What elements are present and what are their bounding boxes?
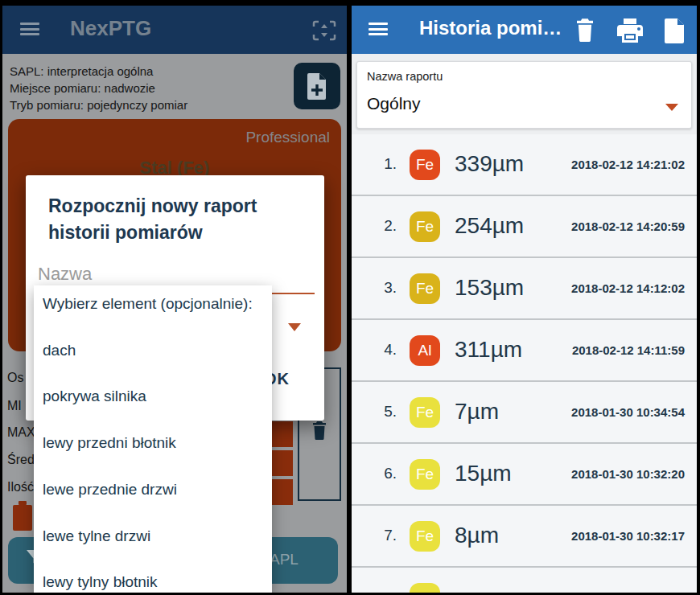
timestamp: 2018-01-30 10:32:20	[571, 467, 685, 481]
stat-label-5: Ilość	[7, 480, 34, 494]
dropdown-item[interactable]: dach	[43, 342, 269, 359]
chevron-down-icon[interactable]	[288, 323, 301, 331]
stat-label-1: Os	[7, 371, 23, 385]
row-index: 2.	[374, 217, 397, 235]
row-index: 4.	[374, 341, 397, 359]
new-document-icon[interactable]	[663, 18, 686, 43]
dropdown-item[interactable]: lewy przedni błotnik	[43, 434, 269, 452]
history-title: Historia pomi…	[419, 17, 562, 39]
trash-icon	[311, 421, 327, 440]
stat-label-4: Śred	[7, 453, 35, 467]
left-screen: NexPTG SAPL: interpretacja ogólna Miejsc…	[2, 6, 347, 593]
chevron-down-icon	[665, 104, 678, 111]
thickness-value: 339µm	[455, 151, 524, 177]
file-plus-icon	[306, 72, 328, 100]
histogram-bar	[271, 479, 293, 505]
report-name-label: Nazwa raportu	[367, 70, 443, 83]
histogram-bar	[271, 421, 293, 447]
sapl-setting: SAPL: interpretacja ogólna	[10, 63, 187, 80]
print-icon[interactable]	[616, 18, 644, 43]
report-name-value: Ogólny	[367, 94, 421, 113]
metal-badge: Fe	[410, 150, 440, 180]
timestamp: 2018-02-12 14:20:59	[571, 220, 685, 233]
measurement-list: 1. Fe 339µm 2018-02-12 14:21:02 2. Fe 25…	[352, 134, 697, 593]
left-app-bar: NexPTG	[2, 6, 347, 54]
timestamp: 2018-02-12 14:21:02	[571, 158, 685, 171]
measurement-row[interactable]: 5. Fe 7µm 2018-01-30 10:34:54	[352, 382, 697, 444]
dropdown-item[interactable]: lewe tylne drzwi	[43, 527, 269, 545]
metal-badge: Fe	[410, 521, 440, 552]
dialog-title: Rozpocznij nowy raport historii pomiarów	[48, 193, 303, 246]
thickness-value: 8µm	[455, 523, 499, 548]
metal-badge: Fe	[410, 459, 440, 490]
thickness-value: 153µm	[455, 275, 524, 301]
measurement-row[interactable]: 3. Fe 153µm 2018-02-12 14:12:02	[352, 258, 697, 320]
left-app-title: NexPTG	[70, 16, 151, 41]
metal-badge	[410, 583, 440, 593]
menu-icon[interactable]	[20, 23, 39, 35]
metal-badge: Fe	[410, 211, 440, 242]
history-app-bar: Historia pomi…	[352, 6, 697, 54]
thickness-value: 7µm	[455, 399, 499, 425]
dropdown-item[interactable]: pokrywa silnika	[43, 388, 269, 405]
row-index: 6.	[374, 465, 397, 482]
right-screen: Historia pomi… Nazwa raportu Ogólny 1. F…	[352, 6, 697, 593]
measurement-row[interactable]	[352, 568, 697, 593]
menu-icon[interactable]	[369, 23, 388, 35]
thickness-value: 311µm	[455, 337, 522, 363]
measurement-row[interactable]: 1. Fe 339µm 2018-02-12 14:21:02	[352, 134, 697, 196]
measurement-row[interactable]: 2. Fe 254µm 2018-02-12 14:20:59	[352, 196, 697, 258]
battery-icon	[13, 505, 32, 531]
delete-icon[interactable]	[574, 18, 595, 42]
row-index: 5.	[374, 403, 397, 421]
metal-badge: Fe	[410, 273, 440, 304]
timestamp: 2018-02-12 14:11:59	[572, 343, 685, 357]
mode-badge: Professional	[245, 129, 330, 146]
thickness-value: 15µm	[455, 461, 512, 486]
fullscreen-icon[interactable]	[311, 19, 337, 42]
report-name-select[interactable]: Nazwa raportu Ogólny	[356, 61, 692, 129]
mode-setting: Tryb pomiaru: pojedynczy pomiar	[10, 96, 187, 113]
dropdown-item[interactable]: lewe przednie drzwi	[43, 481, 269, 499]
row-index: 7.	[374, 527, 397, 544]
new-report-button[interactable]	[294, 63, 340, 109]
measurement-settings-summary: SAPL: interpretacja ogólna Miejsce pomia…	[10, 63, 187, 113]
timestamp: 2018-01-30 10:32:17	[571, 529, 685, 543]
measurement-row[interactable]: 4. Al 311µm 2018-02-12 14:11:59	[352, 320, 697, 382]
report-name-input[interactable]: Nazwa	[38, 264, 92, 285]
measurement-row[interactable]: 6. Fe 15µm 2018-01-30 10:32:20	[352, 444, 697, 506]
stat-label-3: MAX	[7, 425, 35, 440]
thickness-value: 254µm	[455, 213, 524, 239]
timestamp: 2018-02-12 14:12:02	[571, 281, 685, 295]
row-index: 3.	[374, 279, 397, 297]
histogram-bar	[271, 450, 293, 476]
dropdown-item[interactable]: Wybierz element (opcjonalnie):	[43, 295, 269, 313]
row-index: 1.	[374, 155, 397, 173]
element-dropdown-list: Wybierz element (opcjonalnie): dach pokr…	[34, 285, 272, 593]
timestamp: 2018-01-30 10:34:54	[571, 405, 685, 419]
dropdown-item[interactable]: lewy tylny błotnik	[43, 573, 269, 591]
measurement-row[interactable]: 7. Fe 8µm 2018-01-30 10:32:17	[352, 506, 697, 568]
metal-badge: Al	[410, 335, 440, 366]
place-setting: Miejsce pomiaru: nadwozie	[10, 80, 187, 96]
metal-badge: Fe	[410, 397, 440, 428]
export-button-label: APL	[270, 551, 299, 568]
stat-label-2: MI	[7, 399, 22, 413]
